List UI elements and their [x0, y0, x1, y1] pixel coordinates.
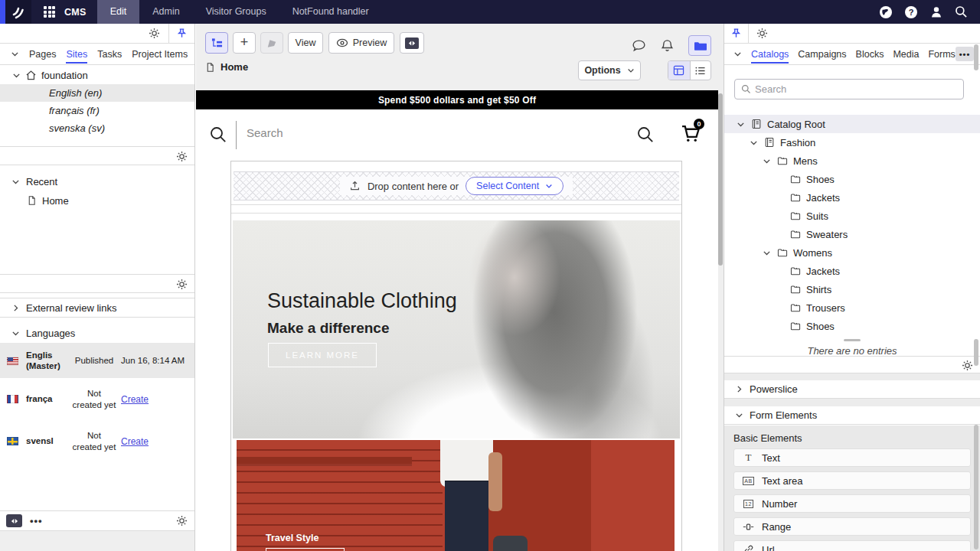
optimizely-logo[interactable] [0, 0, 31, 24]
panel-scrollbar[interactable] [974, 339, 978, 366]
catalog-tree-item[interactable]: Jackets [724, 262, 980, 280]
toggle-structure-button[interactable] [205, 32, 228, 54]
catalog-tree-item[interactable]: Catalog Root [724, 115, 980, 133]
panel-scrollbar[interactable] [974, 44, 978, 70]
catalog-tree-item[interactable]: Womens [724, 243, 980, 262]
help-icon[interactable]: ? [904, 5, 918, 19]
settings-gear-icon[interactable] [176, 515, 188, 527]
empty-entries-message: There are no entries [724, 345, 980, 357]
chevron-down-icon [11, 178, 20, 186]
collapse-chevron-icon[interactable] [733, 50, 742, 58]
form-elements-section[interactable]: Form Elements [724, 406, 980, 425]
assets-tab[interactable]: Campaigns [798, 44, 846, 64]
upload-icon [349, 181, 361, 192]
folder-icon [790, 174, 801, 184]
panel-resize-handle[interactable] [844, 339, 861, 341]
panel-scrollbar[interactable] [974, 425, 978, 549]
view-button[interactable]: View [288, 32, 323, 54]
add-content-button[interactable]: + [233, 32, 256, 54]
powerslice-section[interactable]: Powerslice [724, 380, 980, 399]
options-button[interactable]: Options [578, 60, 641, 80]
settings-gear-icon[interactable] [756, 28, 768, 39]
language-row-english[interactable]: Englis (Master) Published Jun 16, 8:14 A… [0, 343, 194, 378]
collapse-chevron-icon[interactable] [11, 50, 19, 58]
catalog-tree-item[interactable]: Shoes [724, 317, 980, 335]
catalog-tree-item[interactable]: Jackets [724, 188, 980, 207]
navigation-tab[interactable]: Pages [29, 44, 56, 64]
form-element-item[interactable]: T AB 12 Text area [733, 471, 971, 490]
settings-gear-icon[interactable] [149, 28, 160, 39]
fullscreen-button[interactable] [400, 32, 424, 54]
assets-tab[interactable]: Catalogs [751, 44, 789, 64]
pin-icon[interactable] [731, 28, 741, 38]
catalog-tree-item[interactable]: Mens [724, 152, 980, 170]
catalog-tree-item[interactable]: Shirts [724, 280, 980, 298]
catalog-tree-item[interactable]: Trousers [724, 298, 980, 317]
settings-gear-icon[interactable] [962, 360, 973, 371]
preview-scrollbar[interactable] [718, 92, 723, 551]
site-search-input[interactable] [247, 126, 537, 139]
form-element-item[interactable]: T AB 12 Range [733, 517, 971, 536]
form-element-item[interactable]: T AB 12 Url [733, 540, 971, 551]
form-element-item[interactable]: T AB 12 Text [733, 448, 971, 467]
site-tree-language[interactable]: English (en) [0, 84, 194, 102]
form-element-item[interactable]: T AB 12 Number [733, 494, 971, 513]
search-icon[interactable] [636, 126, 655, 144]
preview-button[interactable]: Preview [328, 32, 394, 54]
catalog-search-input[interactable] [755, 83, 957, 95]
topbar-tab[interactable]: Visitor Groups [193, 0, 279, 24]
more-tabs-icon[interactable]: ••• [956, 47, 974, 61]
navigation-tab[interactable]: Sites [66, 44, 87, 64]
learn-more-button[interactable]: LEARN MORE [268, 343, 377, 367]
more-options-icon[interactable]: ••• [30, 517, 43, 525]
chevron-down-icon [735, 411, 743, 419]
assets-tab[interactable]: Media [893, 44, 919, 64]
promo-button[interactable] [266, 548, 345, 551]
toggle-panel-icon[interactable] [6, 514, 22, 527]
search-icon[interactable] [955, 5, 968, 18]
settings-gear-icon[interactable] [176, 151, 188, 162]
navigation-tab[interactable]: Project Items [132, 44, 188, 64]
cart-icon[interactable]: 0 [681, 123, 701, 143]
hero-block[interactable]: Sustainable Clothing Make a difference L… [233, 220, 680, 439]
globe-icon[interactable] [879, 5, 893, 19]
create-language-link[interactable]: Create [121, 436, 149, 447]
content-dropzone[interactable]: Drop content here or Select Content [234, 171, 679, 201]
catalog-tree-item[interactable]: Shoes [724, 170, 980, 188]
topbar-tab[interactable]: Edit [97, 0, 140, 24]
site-tree-language[interactable]: français (fr) [0, 102, 194, 119]
projects-button[interactable] [688, 35, 711, 56]
catalog-tree-item[interactable]: Sweaters [724, 225, 980, 243]
text-icon: T [746, 452, 752, 464]
publish-flag-button[interactable] [260, 32, 283, 54]
app-switcher-icon[interactable] [44, 6, 55, 18]
assets-tab[interactable]: Forms [928, 44, 955, 64]
recent-section-header[interactable]: Recent [0, 172, 194, 191]
notifications-bell-icon[interactable] [661, 39, 674, 53]
recent-item-home[interactable]: Home [0, 191, 194, 210]
pin-icon[interactable] [177, 28, 187, 38]
list-view-toggle[interactable] [690, 61, 711, 80]
assets-tab[interactable]: Blocks [856, 44, 884, 64]
promo-block[interactable]: Travel Style [237, 440, 675, 551]
external-review-links-section[interactable]: External review links [0, 298, 194, 318]
site-tree-language[interactable]: svenska (sv) [0, 119, 194, 137]
search-icon[interactable] [209, 126, 227, 144]
topbar-tab[interactable]: NotFound handler [279, 0, 382, 24]
user-icon[interactable] [929, 5, 943, 19]
languages-section-header[interactable]: Languages [0, 324, 194, 342]
language-row-swedish[interactable]: svensl Not created yet Create [0, 420, 194, 462]
site-tree-root[interactable]: foundation [0, 67, 194, 84]
comments-icon[interactable] [632, 39, 646, 52]
language-row-french[interactable]: frança Not created yet Create [0, 378, 194, 420]
layout-view-toggle[interactable] [668, 61, 690, 80]
textarea-icon: AB [743, 477, 754, 485]
create-language-link[interactable]: Create [121, 394, 149, 405]
navigation-tab[interactable]: Tasks [97, 44, 122, 64]
catalog-tree-item[interactable]: Suits [724, 207, 980, 225]
topbar-tab[interactable]: Admin [139, 0, 192, 24]
catalog-tree-item[interactable]: Fashion [724, 133, 980, 152]
url-icon [743, 544, 754, 551]
select-content-button[interactable]: Select Content [466, 177, 564, 195]
settings-gear-icon[interactable] [176, 279, 188, 290]
